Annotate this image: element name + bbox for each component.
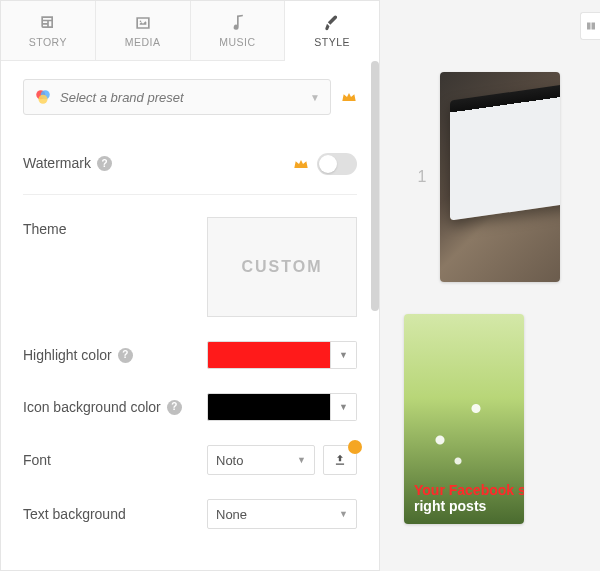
chevron-down-icon: ▼	[297, 455, 306, 465]
palette-icon	[34, 88, 52, 106]
tab-media[interactable]: MEDIA	[96, 1, 191, 60]
tab-style[interactable]: STYLE	[285, 1, 379, 61]
tab-music[interactable]: MUSIC	[191, 1, 286, 60]
font-label: Font	[23, 448, 51, 473]
tab-media-label: MEDIA	[125, 36, 161, 48]
slide-1-index: 1	[404, 168, 440, 186]
image-icon	[133, 13, 153, 33]
tab-story[interactable]: STORY	[1, 1, 96, 60]
icon-bg-color-picker[interactable]: ▼	[207, 393, 357, 421]
crown-icon	[293, 157, 309, 171]
style-settings: Select a brand preset ▼ Watermark ? Them…	[1, 61, 379, 570]
highlight-color-label: Highlight color	[23, 343, 112, 368]
slide-2-text-line-1: Your Facebook success	[414, 482, 514, 498]
font-upload-button[interactable]	[323, 445, 357, 475]
brand-preset-placeholder: Select a brand preset	[60, 90, 184, 105]
premium-badge-icon	[348, 440, 362, 454]
text-bg-row: Text background None ▼	[23, 487, 357, 541]
watermark-label: Watermark	[23, 151, 91, 176]
theme-label: Theme	[23, 217, 67, 242]
style-panel: STORY MEDIA MUSIC STYLE Select a brand p…	[0, 0, 380, 571]
slide-1-wrap: 1	[404, 72, 560, 282]
tab-music-label: MUSIC	[219, 36, 255, 48]
theme-picker[interactable]: CUSTOM	[207, 217, 357, 317]
chevron-down-icon: ▼	[310, 92, 320, 103]
theme-row: Theme CUSTOM	[23, 205, 357, 329]
crown-icon	[341, 90, 357, 104]
icon-bg-swatch	[207, 393, 331, 421]
theme-name: CUSTOM	[241, 258, 322, 276]
chevron-down-icon[interactable]: ▼	[331, 341, 357, 369]
tab-style-label: STYLE	[314, 36, 350, 48]
icon-bg-row: Icon background color ? ▼	[23, 381, 357, 433]
help-icon[interactable]: ?	[118, 348, 133, 363]
font-value: Noto	[216, 453, 243, 468]
highlight-color-swatch	[207, 341, 331, 369]
slide-2-text-line-2: right posts	[414, 498, 514, 514]
svg-point-2	[39, 95, 48, 104]
help-icon[interactable]: ?	[97, 156, 112, 171]
slide-strip: 1 ⌃ 2 ⌄ Your Facebook success right post…	[380, 0, 600, 571]
columns-icon	[585, 20, 597, 32]
tab-story-label: STORY	[29, 36, 67, 48]
watermark-row: Watermark ?	[23, 139, 357, 188]
brush-icon	[322, 13, 342, 33]
newspaper-icon	[38, 13, 58, 33]
music-note-icon	[227, 13, 247, 33]
divider	[23, 194, 357, 195]
collapse-button[interactable]	[580, 12, 600, 40]
text-bg-value: None	[216, 507, 247, 522]
chevron-down-icon[interactable]: ▼	[331, 393, 357, 421]
icon-bg-label: Icon background color	[23, 395, 161, 420]
font-row: Font Noto ▼	[23, 433, 357, 487]
text-bg-label: Text background	[23, 502, 126, 527]
chevron-down-icon: ▼	[339, 509, 348, 519]
help-icon[interactable]: ?	[167, 400, 182, 415]
watermark-toggle[interactable]	[317, 153, 357, 175]
editor-tabs: STORY MEDIA MUSIC STYLE	[1, 1, 379, 61]
brand-preset-select[interactable]: Select a brand preset ▼	[23, 79, 331, 115]
slide-thumbnail-1[interactable]	[440, 72, 560, 282]
upload-icon	[333, 453, 347, 467]
brand-preset-row: Select a brand preset ▼	[23, 79, 357, 115]
font-select[interactable]: Noto ▼	[207, 445, 315, 475]
slide-thumbnail-2[interactable]: Your Facebook success right posts	[404, 314, 524, 524]
highlight-color-picker[interactable]: ▼	[207, 341, 357, 369]
slide-2-wrap: ⌃ 2 ⌄ Your Facebook success right posts	[404, 314, 524, 524]
highlight-color-row: Highlight color ? ▼	[23, 329, 357, 381]
text-bg-select[interactable]: None ▼	[207, 499, 357, 529]
